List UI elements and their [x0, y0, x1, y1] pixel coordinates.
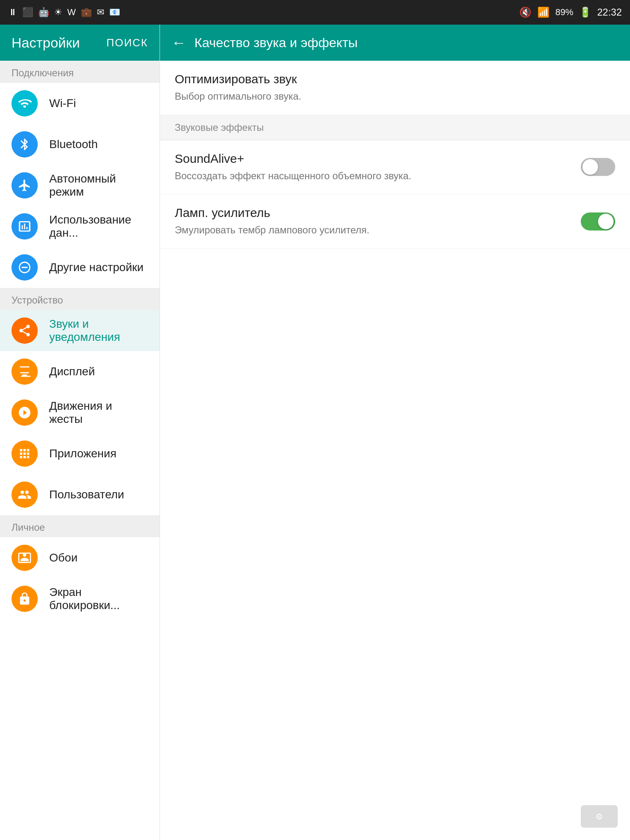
left-header: Настройки ПОИСК — [0, 25, 160, 61]
airplane-label: Автономный режим — [49, 172, 148, 199]
bluetooth-label: Bluetooth — [49, 138, 98, 151]
lamptube-subtitle: Эмулировать тембр лампового усилителя. — [175, 223, 573, 237]
optimize-sound-title: Оптимизировать звук — [175, 72, 615, 86]
sidebar-item-users[interactable]: Пользователи — [0, 474, 160, 515]
right-panel-title: Качество звука и эффекты — [194, 35, 358, 50]
sidebar-item-apps[interactable]: Приложения — [0, 433, 160, 474]
other-circle-icon — [11, 254, 38, 281]
status-bar-right-icons: 🔇 📶 89% 🔋 22:32 — [519, 7, 622, 18]
sidebar-item-wifi[interactable]: Wi-Fi — [0, 83, 160, 124]
display-label: Дисплей — [49, 365, 95, 378]
bluetooth-circle-icon — [11, 131, 38, 158]
battery-text: 89% — [555, 7, 573, 18]
lamptube-item[interactable]: Ламп. усилитель Эмулировать тембр лампов… — [160, 194, 630, 249]
sidebar-item-bluetooth[interactable]: Bluetooth — [0, 124, 160, 165]
battery-icon: 🔋 — [579, 7, 591, 18]
optimize-sound-item[interactable]: Оптимизировать звук Выбор оптимального з… — [160, 61, 630, 115]
other-label: Другие настройки — [49, 261, 144, 274]
sounds-label: Звуки и уведомления — [49, 317, 148, 344]
lockscreen-label: Экран блокировки... — [49, 586, 148, 612]
wifi-circle-icon — [11, 90, 38, 116]
users-label: Пользователи — [49, 488, 124, 501]
sidebar-item-motions[interactable]: Движения и жесты — [0, 392, 160, 433]
motion-circle-icon — [11, 399, 38, 426]
wifi-label: Wi-Fi — [49, 97, 76, 110]
section-personal: Личное — [0, 515, 160, 537]
right-header: ← Качество звука и эффекты — [160, 25, 630, 61]
status-bar-left-icons: ⏸ ⬛ 🤖 ☀ W 💼 ✉ 📧 — [8, 7, 120, 18]
optimize-sound-text: Оптимизировать звук Выбор оптимального з… — [175, 72, 615, 103]
sidebar-item-wallpaper[interactable]: Обои — [0, 537, 160, 578]
data-circle-icon — [11, 213, 38, 240]
sidebar-item-lockscreen[interactable]: Экран блокировки... — [0, 578, 160, 619]
optimize-sound-subtitle: Выбор оптимального звука. — [175, 89, 615, 103]
settings-title: Настройки — [11, 35, 80, 51]
wifi-icon: 📶 — [537, 7, 550, 18]
status-bar: ⏸ ⬛ 🤖 ☀ W 💼 ✉ 📧 🔇 📶 89% 🔋 22:32 — [0, 0, 630, 25]
sounds-circle-icon — [11, 317, 38, 344]
wallpaper-label: Обои — [49, 551, 78, 564]
apps-label: Приложения — [49, 447, 116, 460]
lamptube-toggle[interactable] — [581, 212, 615, 231]
airplane-circle-icon — [11, 172, 38, 199]
apps-circle-icon — [11, 441, 38, 467]
main-layout: Настройки ПОИСК Подключения Wi-Fi Blueto… — [0, 25, 630, 840]
users-circle-icon — [11, 482, 38, 508]
word-icon: W — [67, 7, 76, 18]
soundalive-toggle-thumb — [582, 159, 598, 175]
sidebar-item-other[interactable]: Другие настройки — [0, 247, 160, 288]
wallpaper-circle-icon — [11, 545, 38, 571]
motions-label: Движения и жесты — [49, 399, 148, 426]
screenshot-icon: ⬛ — [22, 7, 33, 18]
search-button[interactable]: ПОИСК — [106, 37, 148, 49]
section-device: Устройство — [0, 288, 160, 310]
lock-circle-icon — [11, 586, 38, 612]
email2-icon: 📧 — [109, 7, 120, 18]
soundalive-title: SoundAlive+ — [175, 152, 573, 166]
sun-icon: ☀ — [54, 7, 62, 18]
soundalive-subtitle: Воссоздать эффект насыщенного объемного … — [175, 169, 573, 183]
sidebar-item-airplane[interactable]: Автономный режим — [0, 165, 160, 206]
display-circle-icon — [11, 358, 38, 385]
section-connections: Подключения — [0, 61, 160, 83]
soundalive-item[interactable]: SoundAlive+ Воссоздать эффект насыщенног… — [160, 140, 630, 195]
sound-effects-section: Звуковые эффекты — [160, 115, 630, 140]
soundalive-text: SoundAlive+ Воссоздать эффект насыщенног… — [175, 152, 573, 183]
email-icon: ✉ — [97, 7, 104, 18]
sidebar-item-sounds[interactable]: Звуки и уведомления — [0, 310, 160, 351]
soundalive-toggle[interactable] — [581, 158, 615, 176]
left-panel: Настройки ПОИСК Подключения Wi-Fi Blueto… — [0, 25, 160, 840]
lamptube-title: Ламп. усилитель — [175, 206, 573, 220]
data-label: Использование дан... — [49, 213, 148, 240]
lamptube-text: Ламп. усилитель Эмулировать тембр лампов… — [175, 206, 573, 237]
sidebar-item-display[interactable]: Дисплей — [0, 351, 160, 392]
briefcase-icon: 💼 — [81, 7, 92, 18]
android-icon: 🤖 — [38, 7, 49, 18]
mute-icon: 🔇 — [519, 7, 532, 18]
back-button[interactable]: ← — [171, 34, 186, 51]
sidebar-item-data[interactable]: Использование дан... — [0, 206, 160, 247]
time-display: 22:32 — [597, 7, 622, 18]
right-panel: ← Качество звука и эффекты Оптимизироват… — [160, 25, 630, 840]
lamptube-toggle-thumb — [598, 214, 614, 229]
right-content: Оптимизировать звук Выбор оптимального з… — [160, 61, 630, 249]
watermark: ⚙ — [581, 805, 618, 828]
pause-icon: ⏸ — [8, 7, 17, 18]
